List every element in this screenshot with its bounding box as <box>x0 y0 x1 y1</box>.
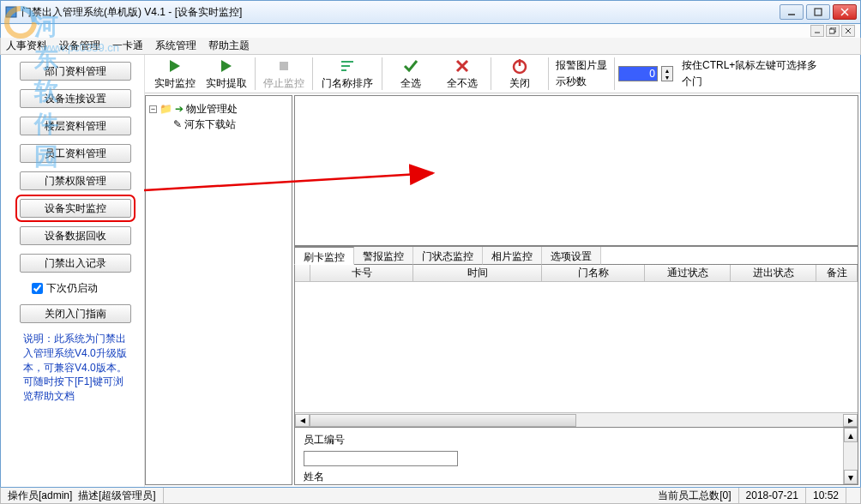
tbtn-extract[interactable]: 实时提取 <box>202 55 251 93</box>
spinner-buttons[interactable]: ▲▼ <box>661 66 673 81</box>
sidebar: 部门资料管理 设备连接设置 楼层资料管理 员工资料管理 门禁权限管理 设备实时监… <box>1 55 145 487</box>
alarm-seconds-input[interactable] <box>618 66 658 81</box>
scroll-right-icon[interactable]: ▸ <box>843 414 858 427</box>
tree-root[interactable]: − 📁 ➔ 物业管理处 <box>149 101 288 117</box>
svg-rect-0 <box>6 7 16 17</box>
status-date: 2018-07-21 <box>739 488 806 503</box>
emp-no-input[interactable] <box>304 451 458 466</box>
tab-alarm[interactable]: 警报监控 <box>354 247 413 265</box>
power-icon <box>511 57 528 75</box>
sidebar-help-text: 说明：此系统为门禁出入管理系统V4.0升级版本，可兼容V4.0版本。可随时按下[… <box>20 332 135 404</box>
tbtn-selectnone[interactable]: 全不选 <box>437 55 487 93</box>
door-canvas[interactable] <box>294 95 858 246</box>
tab-door[interactable]: 门状态监控 <box>413 247 483 265</box>
mdi-minimize-button[interactable] <box>810 25 824 37</box>
grid-header: 卡号 时间 门名称 通过状态 进出状态 备注 <box>295 265 858 282</box>
col-remark[interactable]: 备注 <box>816 265 858 281</box>
autostart-label: 下次仍启动 <box>46 281 98 296</box>
emp-no-label: 员工编号 <box>304 433 345 447</box>
tree-panel[interactable]: − 📁 ➔ 物业管理处 ✎ 河东下载站 <box>145 95 292 485</box>
sidebar-btn-emp[interactable]: 员工资料管理 <box>20 144 131 163</box>
svg-marker-11 <box>170 60 180 72</box>
menu-device[interactable]: 设备管理 <box>59 39 100 53</box>
sort-icon <box>339 57 356 75</box>
mdi-close-button[interactable] <box>841 25 855 37</box>
scroll-down-icon[interactable]: ▾ <box>844 470 858 484</box>
sidebar-btn-log[interactable]: 门禁出入记录 <box>20 254 131 273</box>
status-count: 当前员工总数[0] <box>651 488 738 503</box>
check-icon <box>402 57 419 75</box>
alarm-seconds-label: 报警图片显 示秒数 <box>552 58 611 89</box>
mdi-bar <box>0 24 861 38</box>
sidebar-btn-conn[interactable]: 设备连接设置 <box>20 89 131 108</box>
v-scrollbar[interactable]: ▴ ▾ <box>843 428 858 484</box>
play-icon <box>166 57 184 75</box>
col-door[interactable]: 门名称 <box>542 265 645 281</box>
name-label: 姓名 <box>304 470 324 484</box>
alarm-seconds-spinner[interactable]: ▲▼ <box>618 66 673 81</box>
sidebar-checkbox-autostart[interactable]: 下次仍启动 <box>32 281 135 296</box>
menu-card[interactable]: 一卡通 <box>112 39 143 53</box>
main: 实时监控 实时提取 停止监控 门名称排序 全选 <box>145 55 860 487</box>
menu-help[interactable]: 帮助主题 <box>208 39 250 53</box>
window-title: 门禁出入管理系统(单机版) V4.1 - [设备实时监控] <box>21 5 780 20</box>
col-time[interactable]: 时间 <box>413 265 542 281</box>
status-time: 10:52 <box>806 488 846 503</box>
sidebar-btn-dept[interactable]: 部门资料管理 <box>20 62 131 81</box>
sidebar-btn-monitor[interactable]: 设备实时监控 <box>20 199 131 218</box>
status-operator: 操作员[admin] 描述[超级管理员] <box>1 488 164 503</box>
scroll-thumb[interactable] <box>310 414 576 427</box>
svg-rect-13 <box>280 62 288 70</box>
grid: 卡号 时间 门名称 通过状态 进出状态 备注 ◂ ▸ <box>294 265 858 428</box>
col-inout[interactable]: 进出状态 <box>731 265 816 281</box>
h-scrollbar[interactable]: ◂ ▸ <box>295 412 858 427</box>
arrow-icon: ➔ <box>175 103 184 115</box>
cross-icon <box>454 57 471 75</box>
minimize-button[interactable] <box>780 4 804 20</box>
sidebar-btn-recycle[interactable]: 设备数据回收 <box>20 226 131 245</box>
tab-card[interactable]: 刷卡监控 <box>294 247 354 265</box>
tree-child[interactable]: ✎ 河东下载站 <box>149 117 288 132</box>
sidebar-btn-close-guide[interactable]: 关闭入门指南 <box>20 304 131 323</box>
sidebar-btn-perm[interactable]: 门禁权限管理 <box>20 171 131 190</box>
autostart-checkbox[interactable] <box>32 283 43 294</box>
collapse-icon[interactable]: − <box>149 105 157 113</box>
col-pass[interactable]: 通过状态 <box>645 265 731 281</box>
scroll-up-icon[interactable]: ▴ <box>844 428 858 442</box>
tbtn-close[interactable]: 关闭 <box>495 55 545 93</box>
folder-icon: 📁 <box>160 103 172 115</box>
tabs: 刷卡监控 警报监控 门状态监控 相片监控 选项设置 <box>294 246 858 265</box>
maximize-button[interactable] <box>806 4 830 20</box>
titlebar: 门禁出入管理系统(单机版) V4.1 - [设备实时监控] <box>0 0 861 24</box>
svg-rect-2 <box>815 9 822 15</box>
edit-icon: ✎ <box>173 118 182 130</box>
menu-system[interactable]: 系统管理 <box>155 39 196 53</box>
menubar: 人事资料 设备管理 一卡通 系统管理 帮助主题 <box>0 38 861 55</box>
app-icon <box>4 5 18 19</box>
mdi-restore-button[interactable] <box>826 25 840 37</box>
tbtn-realtime[interactable]: 实时监控 <box>150 55 200 93</box>
detail-panel: 员工编号 姓名 <box>295 428 843 484</box>
close-button[interactable] <box>833 4 857 20</box>
svg-rect-7 <box>829 29 834 33</box>
play-icon <box>218 57 235 75</box>
sidebar-btn-floor[interactable]: 楼层资料管理 <box>20 117 131 135</box>
scroll-left-icon[interactable]: ◂ <box>295 414 310 427</box>
tab-options[interactable]: 选项设置 <box>542 247 601 265</box>
menu-personnel[interactable]: 人事资料 <box>6 39 47 53</box>
tbtn-sort[interactable]: 门名称排序 <box>316 55 378 93</box>
multi-select-hint: 按住CTRL+鼠标左键可选择多 个门 <box>678 58 821 89</box>
stop-icon <box>275 57 292 75</box>
svg-marker-12 <box>221 60 232 72</box>
statusbar: 操作员[admin] 描述[超级管理员] 当前员工总数[0] 2018-07-2… <box>0 487 861 504</box>
tab-photo[interactable]: 相片监控 <box>483 247 542 265</box>
col-cardno[interactable]: 卡号 <box>310 265 413 281</box>
tbtn-stop: 停止监控 <box>259 55 309 93</box>
grid-body[interactable] <box>295 282 858 412</box>
tbtn-selectall[interactable]: 全选 <box>386 55 436 93</box>
toolbar: 实时监控 实时提取 停止监控 门名称排序 全选 <box>145 55 860 93</box>
